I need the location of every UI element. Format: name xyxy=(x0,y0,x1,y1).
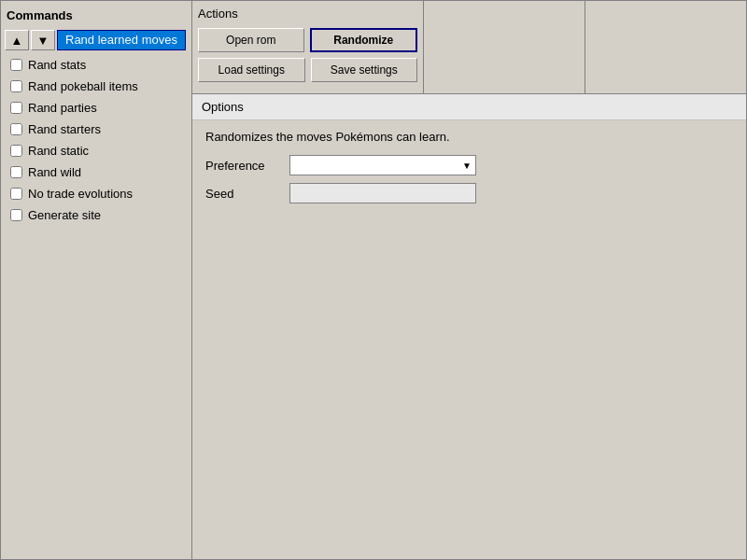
sidebar: Commands ▲ ▼ Rand learned moves Rand sta… xyxy=(1,1,192,559)
preference-row: Preference ▼ xyxy=(205,155,733,175)
save-settings-button[interactable]: Save settings xyxy=(311,58,418,82)
randomize-button[interactable]: Randomize xyxy=(310,28,418,52)
no-trade-evolutions-checkbox[interactable] xyxy=(10,188,22,200)
seed-label: Seed xyxy=(205,187,280,201)
rand-starters-label: Rand starters xyxy=(28,122,101,136)
seed-input[interactable] xyxy=(289,183,476,203)
rand-wild-label: Rand wild xyxy=(28,165,81,179)
sidebar-item-rand-wild[interactable]: Rand wild xyxy=(7,161,188,182)
actions-title: Actions xyxy=(198,7,417,21)
sidebar-title: Commands xyxy=(5,5,188,26)
sidebar-items-list: Rand stats Rand pokeball items Rand part… xyxy=(5,54,188,225)
top-area: Actions Open rom Randomize Load settings… xyxy=(192,1,746,94)
options-header: Options xyxy=(192,94,746,120)
arrow-down-icon: ▼ xyxy=(37,34,49,48)
load-settings-button[interactable]: Load settings xyxy=(198,58,305,82)
rand-starters-checkbox[interactable] xyxy=(10,123,22,135)
rand-stats-label: Rand stats xyxy=(28,58,86,72)
empty-panel-1 xyxy=(424,1,585,93)
rand-static-label: Rand static xyxy=(28,144,89,158)
rand-wild-checkbox[interactable] xyxy=(10,166,22,178)
options-description: Randomizes the moves Pokémons can learn. xyxy=(205,130,733,144)
content-area: Actions Open rom Randomize Load settings… xyxy=(192,1,746,559)
sidebar-item-rand-stats[interactable]: Rand stats xyxy=(7,54,188,75)
sidebar-item-rand-parties[interactable]: Rand parties xyxy=(7,97,188,118)
options-area: Options Randomizes the moves Pokémons ca… xyxy=(192,94,746,559)
sidebar-item-no-trade-evolutions[interactable]: No trade evolutions xyxy=(7,183,188,203)
sidebar-item-generate-site[interactable]: Generate site xyxy=(7,204,188,225)
actions-panel: Actions Open rom Randomize Load settings… xyxy=(192,1,424,93)
open-rom-button[interactable]: Open rom xyxy=(198,28,304,52)
options-content: Randomizes the moves Pokémons can learn.… xyxy=(192,120,746,220)
top-buttons-row: Open rom Randomize xyxy=(198,28,417,52)
sidebar-item-rand-static[interactable]: Rand static xyxy=(7,140,188,161)
preference-label: Preference xyxy=(205,159,280,173)
generate-site-label: Generate site xyxy=(28,208,101,222)
empty-panel-2 xyxy=(585,1,746,93)
no-trade-evolutions-label: No trade evolutions xyxy=(28,187,133,201)
rand-stats-checkbox[interactable] xyxy=(10,59,22,71)
rand-parties-checkbox[interactable] xyxy=(10,102,22,114)
sidebar-item-rand-starters[interactable]: Rand starters xyxy=(7,119,188,139)
generate-site-checkbox[interactable] xyxy=(10,209,22,221)
sidebar-controls: ▲ ▼ Rand learned moves xyxy=(5,30,188,50)
bottom-buttons-row: Load settings Save settings xyxy=(198,58,417,82)
seed-row: Seed xyxy=(205,183,733,203)
rand-pokeball-items-label: Rand pokeball items xyxy=(28,79,138,93)
move-down-button[interactable]: ▼ xyxy=(31,30,55,50)
rand-parties-label: Rand parties xyxy=(28,101,97,115)
rand-static-checkbox[interactable] xyxy=(10,145,22,157)
move-up-button[interactable]: ▲ xyxy=(5,30,29,50)
rand-pokeball-items-checkbox[interactable] xyxy=(10,80,22,92)
selected-item-label: Rand learned moves xyxy=(57,30,186,50)
arrow-up-icon: ▲ xyxy=(11,34,23,48)
dropdown-arrow-icon: ▼ xyxy=(462,161,472,171)
sidebar-item-rand-pokeball-items[interactable]: Rand pokeball items xyxy=(7,76,188,96)
preference-dropdown[interactable]: ▼ xyxy=(289,155,476,175)
